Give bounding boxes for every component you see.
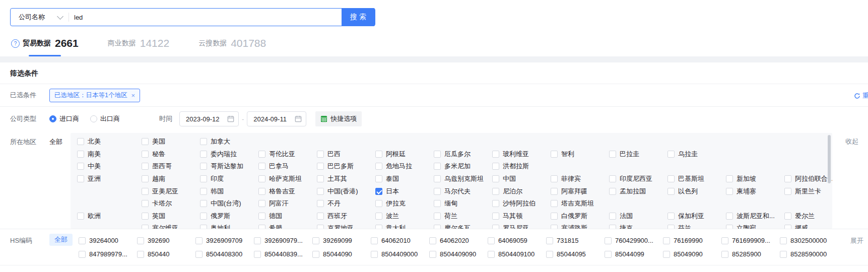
- region-checkbox-哈萨克斯坦[interactable]: 哈萨克斯坦: [258, 174, 317, 183]
- region-checkbox-中国(台湾)[interactable]: 中国(台湾): [200, 199, 258, 208]
- tab-贸易数据[interactable]: ?贸易数据2661: [11, 37, 79, 49]
- hs-checkbox-85044095[interactable]: 85044095: [546, 250, 605, 258]
- hs-checkbox-8504409000[interactable]: 8504409000: [371, 250, 429, 258]
- hs-checkbox-8302500000[interactable]: 8302500000: [780, 237, 838, 244]
- close-icon[interactable]: ×: [131, 92, 135, 99]
- region-checkbox-保加利亚[interactable]: 保加利亚: [667, 212, 726, 221]
- region-checkbox-斯里兰卡[interactable]: 斯里兰卡: [784, 187, 832, 196]
- hs-checkbox-85049090[interactable]: 85049090: [663, 250, 721, 258]
- hs-all-chip[interactable]: 全部: [49, 234, 73, 246]
- hs-checkbox-392690979...[interactable]: 392690979...: [254, 237, 312, 244]
- hs-checkbox-39264000[interactable]: 39264000: [79, 237, 137, 244]
- region-checkbox-泰国[interactable]: 泰国: [375, 174, 434, 183]
- region-checkbox-意大利[interactable]: 意大利: [375, 224, 434, 229]
- hs-checkbox-761699909...[interactable]: 761699909...: [721, 237, 780, 244]
- radio-出口商[interactable]: 出口商: [90, 114, 120, 123]
- region-checkbox-以色列[interactable]: 以色列: [667, 187, 726, 196]
- hs-checkbox-8504408300[interactable]: 8504408300: [195, 250, 254, 258]
- region-checkbox-巴西[interactable]: 巴西: [317, 150, 375, 159]
- region-checkbox-塞尔维亚[interactable]: 塞尔维亚: [142, 224, 200, 229]
- region-checkbox-法国[interactable]: 法国: [609, 212, 667, 221]
- region-checkbox-危地马拉[interactable]: 危地马拉: [375, 162, 434, 171]
- hs-checkbox-64069059[interactable]: 64069059: [488, 237, 546, 244]
- search-category-dropdown[interactable]: 公司名称: [11, 13, 69, 22]
- region-checkbox-孟加拉国[interactable]: 孟加拉国: [609, 187, 667, 196]
- hs-checkbox-76169990[interactable]: 76169990: [663, 237, 721, 244]
- region-checkbox-玻利维亚[interactable]: 玻利维亚: [492, 150, 551, 159]
- hs-checkbox-85044099[interactable]: 85044099: [605, 250, 663, 258]
- tab-云搜数据[interactable]: 云搜数据401788: [198, 37, 266, 49]
- hs-checkbox-850440839...[interactable]: 850440839...: [254, 250, 312, 258]
- date-to-input[interactable]: 2024-09-11: [247, 111, 306, 126]
- region-checkbox-中美[interactable]: 中美: [77, 162, 142, 171]
- region-checkbox-荷兰[interactable]: 荷兰: [434, 212, 492, 221]
- region-checkbox-南美[interactable]: 南美: [77, 150, 142, 159]
- region-checkbox-卡塔尔[interactable]: 卡塔尔: [142, 199, 200, 208]
- region-checkbox-中国[interactable]: 中国: [492, 174, 551, 183]
- region-checkbox-阿拉伯联合...[interactable]: 阿拉伯联合...: [784, 174, 832, 183]
- region-checkbox-亚洲[interactable]: 亚洲: [77, 174, 142, 183]
- region-checkbox-越南[interactable]: 越南: [142, 174, 200, 183]
- region-checkbox-墨西哥[interactable]: 墨西哥: [142, 162, 200, 171]
- region-checkbox-缅甸[interactable]: 缅甸: [434, 199, 492, 208]
- hs-checkbox-85285900[interactable]: 85285900: [721, 250, 780, 258]
- region-checkbox-多米尼加[interactable]: 多米尼加: [434, 162, 492, 171]
- region-checkbox-波斯尼亚和...[interactable]: 波斯尼亚和...: [726, 212, 784, 221]
- quick-options-button[interactable]: 快捷选项: [315, 111, 362, 126]
- region-checkbox-西班牙[interactable]: 西班牙: [317, 212, 375, 221]
- region-checkbox-马尔代夫[interactable]: 马尔代夫: [434, 187, 492, 196]
- region-checkbox-哥伦比亚[interactable]: 哥伦比亚: [258, 150, 317, 159]
- region-checkbox-立陶宛[interactable]: 立陶宛: [726, 224, 784, 229]
- region-checkbox-格鲁吉亚[interactable]: 格鲁吉亚: [258, 187, 317, 196]
- region-checkbox-巴基斯坦[interactable]: 巴基斯坦: [667, 174, 726, 183]
- region-checkbox-哥斯达黎加[interactable]: 哥斯达黎加: [200, 162, 258, 171]
- search-button[interactable]: 搜 索: [342, 8, 375, 26]
- hs-checkbox-8528590000[interactable]: 8528590000: [780, 250, 838, 258]
- region-checkbox-欧洲[interactable]: 欧洲: [77, 212, 142, 221]
- region-checkbox-中国(香港)[interactable]: 中国(香港): [317, 187, 375, 196]
- region-checkbox-乌拉圭[interactable]: 乌拉圭: [667, 150, 726, 159]
- region-checkbox-土耳其[interactable]: 土耳其: [317, 174, 375, 183]
- hs-checkbox-85044090[interactable]: 85044090: [312, 250, 371, 258]
- region-checkbox-爱尔兰[interactable]: 爱尔兰: [784, 212, 832, 221]
- region-checkbox-秘鲁[interactable]: 秘鲁: [142, 150, 200, 159]
- region-checkbox-奥地利[interactable]: 奥地利: [200, 224, 258, 229]
- region-checkbox-塔吉克斯坦[interactable]: 塔吉克斯坦: [551, 199, 609, 208]
- region-checkbox-俄罗斯[interactable]: 俄罗斯: [200, 212, 258, 221]
- region-checkbox-洪都拉斯[interactable]: 洪都拉斯: [492, 162, 551, 171]
- region-checkbox-智利[interactable]: 智利: [551, 150, 609, 159]
- region-checkbox-乌兹别克斯坦[interactable]: 乌兹别克斯坦: [434, 174, 492, 183]
- region-checkbox-德国[interactable]: 德国: [258, 212, 317, 221]
- hs-checkbox-64062020[interactable]: 64062020: [429, 237, 488, 244]
- region-checkbox-巴拉圭[interactable]: 巴拉圭: [609, 150, 667, 159]
- region-checkbox-芬兰[interactable]: 芬兰: [667, 224, 726, 229]
- region-all-link[interactable]: 全部: [49, 133, 71, 147]
- region-checkbox-阿根廷[interactable]: 阿根廷: [375, 150, 434, 159]
- region-checkbox-巴巴多斯[interactable]: 巴巴多斯: [317, 162, 375, 171]
- region-checkbox-沙特阿拉伯[interactable]: 沙特阿拉伯: [492, 199, 551, 208]
- collapse-link[interactable]: 收起: [845, 137, 858, 146]
- region-checkbox-英国[interactable]: 英国: [142, 212, 200, 221]
- hs-checkbox-3926909709[interactable]: 3926909709: [195, 237, 254, 244]
- hs-checkbox-392690[interactable]: 392690: [137, 237, 195, 244]
- region-scrollbar[interactable]: [828, 135, 831, 183]
- radio-进口商[interactable]: 进口商: [49, 114, 79, 123]
- region-checkbox-塞浦路斯[interactable]: 塞浦路斯: [551, 224, 609, 229]
- search-input[interactable]: [69, 14, 342, 21]
- region-checkbox-巴拿马[interactable]: 巴拿马: [258, 162, 317, 171]
- region-checkbox-尼泊尔[interactable]: 尼泊尔: [492, 187, 551, 196]
- date-from-input[interactable]: 2023-09-12: [179, 111, 239, 126]
- region-checkbox-波兰[interactable]: 波兰: [375, 212, 434, 221]
- region-checkbox-韩国[interactable]: 韩国: [200, 187, 258, 196]
- region-checkbox-印度[interactable]: 印度: [200, 174, 258, 183]
- hs-checkbox-731815[interactable]: 731815: [546, 237, 605, 244]
- hs-checkbox-64062010[interactable]: 64062010: [371, 237, 429, 244]
- region-checkbox-阿富汗[interactable]: 阿富汗: [258, 199, 317, 208]
- region-checkbox-亚美尼亚[interactable]: 亚美尼亚: [142, 187, 200, 196]
- region-checkbox-柬埔寨[interactable]: 柬埔寨: [726, 187, 784, 196]
- region-checkbox-加拿大[interactable]: 加拿大: [200, 137, 258, 146]
- region-checkbox-希腊[interactable]: 希腊: [258, 224, 317, 229]
- region-checkbox-新加坡[interactable]: 新加坡: [726, 174, 784, 183]
- region-checkbox-马其顿[interactable]: 马其顿: [492, 212, 551, 221]
- region-checkbox-克罗地亚[interactable]: 克罗地亚: [317, 224, 375, 229]
